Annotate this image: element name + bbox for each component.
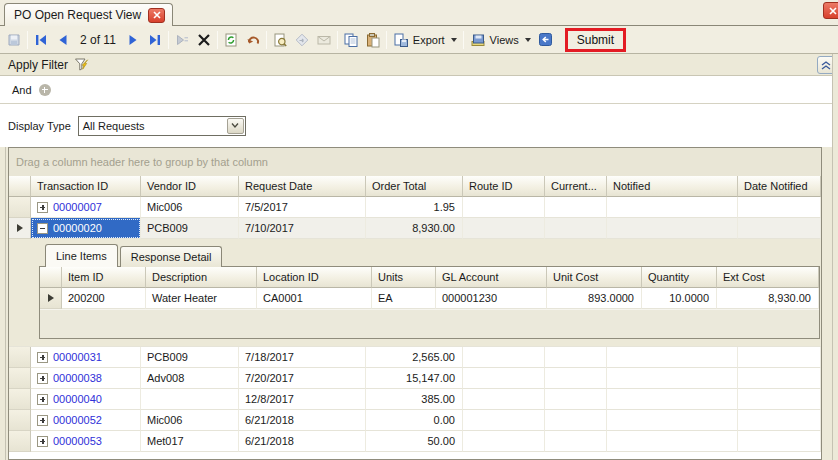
table-row[interactable]: 00000031 PCB009 7/18/2017 2,565.00: [9, 347, 821, 368]
transaction-id-link[interactable]: 00000007: [53, 201, 102, 213]
column-header-description[interactable]: Description: [146, 267, 257, 288]
transaction-id-link[interactable]: 00000031: [53, 351, 102, 363]
column-header-vendor-id[interactable]: Vendor ID: [141, 176, 239, 197]
column-header-notified[interactable]: Notified: [607, 176, 738, 197]
navigate-back-icon[interactable]: [535, 29, 557, 51]
description-cell[interactable]: Water Heater: [146, 288, 257, 309]
location-id-cell[interactable]: CA0001: [257, 288, 372, 309]
mail-icon[interactable]: [313, 29, 335, 51]
column-header-item-id[interactable]: Item ID: [62, 267, 146, 288]
order-total-cell[interactable]: 50.00: [366, 431, 463, 452]
column-header-units[interactable]: Units: [372, 267, 436, 288]
column-header-request-date[interactable]: Request Date: [239, 176, 366, 197]
right-splitter[interactable]: [832, 54, 838, 460]
transaction-id-link[interactable]: 00000038: [53, 372, 102, 384]
table-row[interactable]: 00000007 Mic006 7/5/2017 1.95: [9, 197, 821, 218]
request-date-cell[interactable]: 7/10/2017: [239, 218, 366, 239]
vendor-id-cell[interactable]: Mic006: [141, 197, 239, 218]
unit-cost-cell[interactable]: 893.0000: [547, 288, 642, 309]
line-item-row[interactable]: 200200 Water Heater CA0001 EA 000001230 …: [40, 288, 819, 309]
run-icon[interactable]: [171, 29, 193, 51]
column-header-route-id[interactable]: Route ID: [463, 176, 545, 197]
filter-operator-label[interactable]: And: [12, 84, 32, 96]
group-by-panel[interactable]: Drag a column header here to group by th…: [9, 148, 821, 176]
print-preview-icon[interactable]: [269, 29, 291, 51]
units-cell[interactable]: EA: [372, 288, 436, 309]
vendor-id-cell[interactable]: Adv008: [141, 368, 239, 389]
column-header-location-id[interactable]: Location ID: [257, 267, 372, 288]
views-button[interactable]: Views: [466, 29, 535, 51]
column-header-quantity[interactable]: Quantity: [642, 267, 717, 288]
left-splitter[interactable]: [0, 147, 6, 460]
request-date-cell[interactable]: 12/8/2017: [239, 389, 366, 410]
order-total-cell[interactable]: 2,565.00: [366, 347, 463, 368]
tab-close-icon[interactable]: [148, 8, 165, 23]
order-total-cell[interactable]: 8,930.00: [366, 218, 463, 239]
request-date-cell[interactable]: 6/21/2018: [239, 410, 366, 431]
route-icon[interactable]: [291, 29, 313, 51]
first-record-button[interactable]: [30, 29, 52, 51]
expand-plus-icon[interactable]: [37, 415, 48, 426]
vendor-id-cell[interactable]: Met017: [141, 431, 239, 452]
undo-icon[interactable]: [242, 29, 264, 51]
transaction-id-link[interactable]: 00000052: [53, 414, 102, 426]
request-date-cell[interactable]: 7/5/2017: [239, 197, 366, 218]
vendor-id-cell[interactable]: PCB009: [141, 218, 239, 239]
expand-plus-icon[interactable]: [37, 394, 48, 405]
transaction-id-link[interactable]: 00000020: [53, 222, 102, 234]
refresh-icon[interactable]: [220, 29, 242, 51]
table-row-selected[interactable]: 00000020 PCB009 7/10/2017 8,930.00: [9, 218, 821, 239]
expand-plus-icon[interactable]: [37, 202, 48, 213]
table-row[interactable]: 00000052 Mic006 6/21/2018 0.00: [9, 410, 821, 431]
last-record-button[interactable]: [144, 29, 166, 51]
order-total-cell[interactable]: 385.00: [366, 389, 463, 410]
request-date-cell[interactable]: 7/20/2017: [239, 368, 366, 389]
order-total-cell[interactable]: 1.95: [366, 197, 463, 218]
ext-cost-cell[interactable]: 8,930.00: [717, 288, 819, 309]
vendor-id-cell[interactable]: PCB009: [141, 347, 239, 368]
views-dropdown-caret-icon[interactable]: [525, 38, 531, 42]
column-header-date-notified[interactable]: Date Notified: [738, 176, 821, 197]
column-header-order-total[interactable]: Order Total: [366, 176, 463, 197]
save-icon[interactable]: [3, 29, 25, 51]
tab-response-detail[interactable]: Response Detail: [120, 246, 223, 267]
table-row[interactable]: 00000053 Met017 6/21/2018 50.00: [9, 431, 821, 452]
previous-record-button[interactable]: [52, 29, 74, 51]
expand-plus-icon[interactable]: [37, 373, 48, 384]
collapse-minus-icon[interactable]: [37, 223, 48, 234]
request-date-cell[interactable]: 7/18/2017: [239, 347, 366, 368]
expand-plus-icon[interactable]: [37, 352, 48, 363]
table-row[interactable]: 00000038 Adv008 7/20/2017 15,147.00: [9, 368, 821, 389]
export-button[interactable]: Export: [389, 29, 461, 51]
copy-icon[interactable]: [340, 29, 362, 51]
expand-plus-icon[interactable]: [37, 436, 48, 447]
submit-button[interactable]: Submit: [577, 33, 614, 47]
export-dropdown-caret-icon[interactable]: [451, 38, 457, 42]
order-total-cell[interactable]: 0.00: [366, 410, 463, 431]
display-type-select[interactable]: All Requests: [78, 116, 246, 136]
delete-icon[interactable]: [193, 29, 215, 51]
column-header-transaction-id[interactable]: Transaction ID: [31, 176, 141, 197]
vendor-id-cell[interactable]: Mic006: [141, 410, 239, 431]
transaction-id-link[interactable]: 00000053: [53, 435, 102, 447]
tab-po-open-request-view[interactable]: PO Open Request View: [4, 3, 173, 26]
paste-icon[interactable]: [362, 29, 384, 51]
quantity-cell[interactable]: 10.0000: [642, 288, 717, 309]
next-record-button[interactable]: [122, 29, 144, 51]
vendor-id-cell[interactable]: [141, 389, 239, 410]
request-date-cell[interactable]: 6/21/2018: [239, 431, 366, 452]
order-total-cell[interactable]: 15,147.00: [366, 368, 463, 389]
column-header-ext-cost[interactable]: Ext Cost: [717, 267, 819, 288]
gl-account-cell[interactable]: 000001230: [436, 288, 547, 309]
column-header-current[interactable]: Current...: [545, 176, 607, 197]
column-header-gl-account[interactable]: GL Account: [436, 267, 547, 288]
transaction-id-link[interactable]: 00000040: [53, 393, 102, 405]
panel-close-icon[interactable]: [823, 2, 838, 19]
add-filter-condition-icon[interactable]: [39, 84, 51, 96]
item-id-cell[interactable]: 200200: [62, 288, 146, 309]
column-header-unit-cost[interactable]: Unit Cost: [547, 267, 642, 288]
tab-line-items[interactable]: Line Items: [45, 244, 118, 267]
table-row[interactable]: 00000040 12/8/2017 385.00: [9, 389, 821, 410]
combo-dropdown-icon[interactable]: [227, 118, 244, 134]
apply-filter-header[interactable]: Apply Filter: [0, 54, 838, 76]
